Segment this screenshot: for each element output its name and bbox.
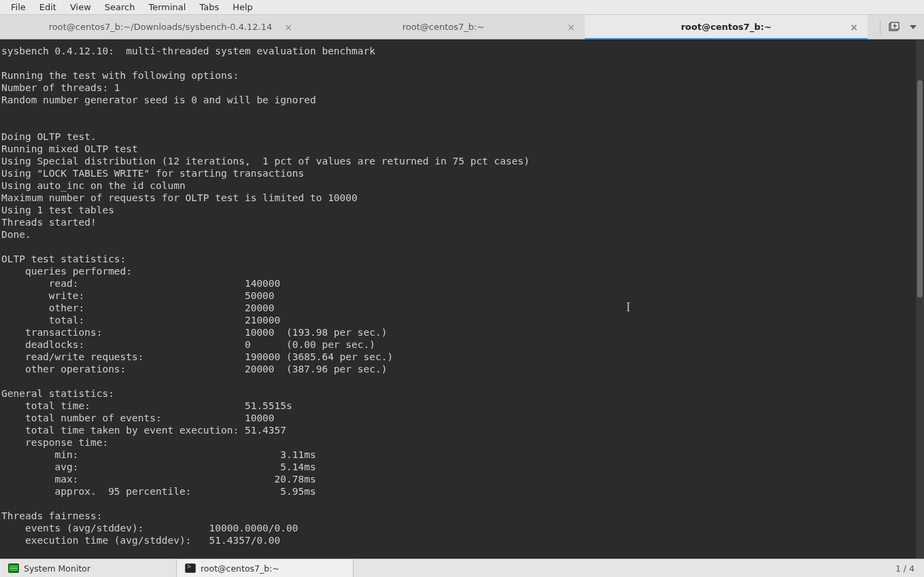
new-tab-icon[interactable] (889, 22, 901, 33)
menubar: File Edit View Search Terminal Tabs Help (0, 0, 924, 15)
task-system-monitor[interactable]: System Monitor (0, 559, 177, 577)
workspace-indicator[interactable]: 1 / 4 (886, 563, 924, 574)
tab-toolbar (873, 15, 924, 39)
menu-search[interactable]: Search (98, 2, 142, 12)
tab-spacer (0, 15, 19, 39)
tab-bar: root@centos7_b:~/Downloads/sysbench-0.4.… (0, 15, 924, 39)
tab-close-icon[interactable]: × (284, 22, 292, 33)
tab-2[interactable]: root@centos7_b:~ × (585, 15, 868, 39)
tab-0[interactable]: root@centos7_b:~/Downloads/sysbench-0.4.… (19, 15, 302, 39)
tab-close-icon[interactable]: × (567, 22, 575, 33)
tab-label: root@centos7_b:~ (681, 22, 771, 32)
text-cursor-icon: I (626, 300, 630, 315)
tab-1[interactable]: root@centos7_b:~ × (302, 15, 585, 39)
separator (880, 20, 880, 35)
taskbar: System Monitor root@centos7_b:~ 1 / 4 (0, 559, 924, 577)
task-label: System Monitor (24, 563, 90, 574)
terminal-icon (185, 563, 196, 574)
tab-label: root@centos7_b:~ (403, 22, 485, 32)
menu-help[interactable]: Help (226, 2, 260, 12)
menu-terminal[interactable]: Terminal (141, 2, 192, 12)
tab-close-icon[interactable]: × (850, 22, 858, 33)
terminal-pane[interactable]: sysbench 0.4.12.10: multi-threaded syste… (0, 39, 924, 559)
menu-view[interactable]: View (63, 2, 98, 12)
menu-edit[interactable]: Edit (33, 2, 63, 12)
scrollbar-thumb[interactable] (917, 80, 923, 298)
scrollbar-vertical[interactable] (916, 39, 924, 559)
task-label: root@centos7_b:~ (201, 563, 279, 574)
menu-file[interactable]: File (4, 2, 33, 12)
terminal-output[interactable]: sysbench 0.4.12.10: multi-threaded syste… (0, 39, 924, 559)
chevron-down-icon[interactable] (909, 23, 917, 31)
system-monitor-icon (8, 563, 19, 574)
task-terminal[interactable]: root@centos7_b:~ (177, 559, 354, 577)
tab-label: root@centos7_b:~/Downloads/sysbench-0.4.… (49, 22, 273, 32)
menu-tabs[interactable]: Tabs (192, 2, 226, 12)
